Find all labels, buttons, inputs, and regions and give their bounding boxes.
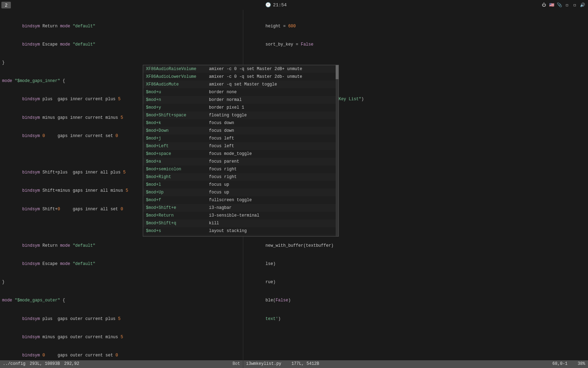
popup-val: focus left [209,135,234,142]
popup-val: layout tabbed [209,236,242,237]
popup-val: i3-sensible-terminal [209,212,259,219]
popup-row: $mod+spacefocus mode_toggle [143,150,338,158]
popup-row: $mod+Shift+ei3-nagbar [143,204,338,212]
popup-key: $mod+j [146,135,209,142]
popup-key: $mod+Up [146,189,209,196]
clock-icon: 🕙 [265,2,271,8]
popup-val: focus right [209,174,237,180]
code-line: bindsym minus gaps outer current minus 5 [2,334,241,340]
popup-row: XF86AudioMuteamixer -q set Master toggle [143,81,338,88]
keybinding-popup: XF86AudioRaiseVolumeamixer -c 0 -q set M… [143,65,339,237]
popup-key: $mod+k [146,120,209,126]
popup-val: focus parent [209,158,239,165]
taskbar: 2 🕙 21:54 ⏻ 🇺🇸 📎 ◻ ◻ 🔊 [0,0,588,10]
popup-row: $mod+Rightfocus right [143,173,338,181]
popup-row: $mod+uborder none [143,88,338,96]
popup-scrollbar[interactable] [336,65,338,236]
workspace-2-button[interactable]: 2 [1,2,11,8]
popup-row: $mod+Leftfocus left [143,142,338,150]
popup-row: $mod+semicolonfocus right [143,165,338,173]
popup-row: $mod+kfocus down [143,119,338,127]
popup-row: $mod+jfocus left [143,135,338,142]
popup-row: $mod+wlayout tabbed [143,235,338,237]
code-line: rue) [245,279,586,285]
taskbar-right: ⏻ 🇺🇸 📎 ◻ ◻ 🔊 [541,2,588,8]
code-line: text') [245,316,586,322]
code-line [245,353,586,359]
left-mode: Bot [232,361,240,366]
popup-val: fullscreen toggle [209,197,252,203]
code-line: bindsym Escape mode "default" [2,42,241,48]
left-filename: ../config [3,361,26,367]
popup-scrollbar-thumb[interactable] [336,65,338,79]
popup-val: focus right [209,166,237,172]
taskbar-center: 🕙 21:54 [265,2,287,8]
popup-val: focus down [209,128,234,134]
popup-row: $mod+Shift+spacefloating toggle [143,111,338,119]
clip-icon: 📎 [556,2,562,8]
popup-key: $mod+u [146,89,209,95]
popup-key: $mod+Shift+space [146,112,209,118]
popup-row: $mod+yborder pixel 1 [143,104,338,111]
popup-row: XF86AudioLowerVolumeamixer -c 0 -q set M… [143,73,338,81]
popup-key: $mod+Down [146,128,209,134]
clock-time: 21:54 [273,2,287,8]
popup-key: $mod+n [146,97,209,103]
popup-val: focus mode_toggle [209,151,252,157]
popup-key: $mod+f [146,197,209,203]
popup-val: focus up [209,189,229,196]
right-fileinfo: 177L, 5412B [292,361,319,366]
popup-val: border normal [209,97,242,103]
popup-row: $mod+nborder normal [143,96,338,104]
code-line [245,334,586,340]
code-line: lse) [245,261,586,267]
popup-key: $mod+Left [146,143,209,149]
left-status-info: ../config 293L, 10893B 292,92 [3,361,79,367]
popup-row: $mod+Shift+qkill [143,219,338,227]
code-line: bindsym Return mode "default" [2,243,241,249]
popup-key: $mod+Shift+e [146,205,209,211]
right-status-right: 68,0-1 38% [552,361,585,367]
popup-row: XF86AudioRaiseVolumeamixer -c 0 -q set M… [143,65,338,73]
popup-val: focus down [209,120,234,126]
right-statusbar: i3wmkeylist.py 177L, 5412B 68,0-1 38% [243,360,588,368]
code-line: } [2,279,241,285]
popup-val: amixer -c 0 -q set Master 2dB+ unmute [209,66,302,72]
power-icon[interactable]: ⏻ [541,2,547,8]
code-line: bindsym 0 gaps outer current set 0 [2,353,241,359]
popup-row: $mod+Downfocus down [143,127,338,135]
left-status-mode: Bot [232,361,240,367]
popup-row: $mod+Returni3-sensible-terminal [143,212,338,219]
popup-key: XF86AudioRaiseVolume [146,66,209,72]
popup-val: border none [209,89,237,95]
code-line: bindsym Return mode "default" [2,23,241,29]
popup-key: $mod+y [146,104,209,111]
popup-val: focus up [209,182,229,188]
popup-val: amixer -c 0 -q set Master 2db- unmute [209,74,302,80]
popup-val: layout stacking [209,228,247,234]
right-percent: 38% [578,361,585,366]
popup-val: i3-nagbar [209,205,232,211]
code-line: height = 600 [245,23,586,29]
popup-key: $mod+Right [146,174,209,180]
popup-row: $mod+slayout stacking [143,227,338,235]
popup-val: amixer -q set Master toggle [209,81,277,88]
popup-key: $mod+space [146,151,209,157]
popup-key: $mod+Shift+q [146,220,209,226]
code-line: new_with_buffer(textbuffer) [245,243,586,249]
popup-val: focus left [209,143,234,149]
left-statusbar: ../config 293L, 10893B 292,92 Bot [0,360,243,368]
volume-icon: 🔊 [580,2,585,8]
code-line: mode "$mode_gaps_outer" { [2,298,241,304]
left-fileinfo: 293L, 10893B [30,361,60,367]
popup-key: $mod+Return [146,212,209,219]
right-status-left: i3wmkeylist.py 177L, 5412B [246,361,319,367]
popup-key: XF86AudioMute [146,81,209,88]
flag-icon: 🇺🇸 [549,2,554,8]
popup-val: kill [209,220,219,226]
popup-key: $mod+l [146,182,209,188]
left-position: 292,92 [64,361,79,367]
right-position: 68,0-1 [552,361,567,366]
popup-row: $mod+lfocus up [143,181,338,189]
popup-row: $mod+afocus parent [143,158,338,165]
